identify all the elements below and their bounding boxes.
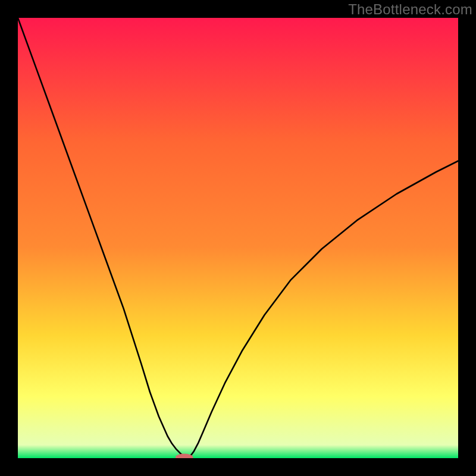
watermark-text: TheBottleneck.com xyxy=(348,1,472,18)
chart-svg xyxy=(18,18,458,458)
plot-area xyxy=(18,18,458,458)
chart-frame: TheBottleneck.com xyxy=(0,0,476,476)
gradient-background xyxy=(18,18,458,458)
